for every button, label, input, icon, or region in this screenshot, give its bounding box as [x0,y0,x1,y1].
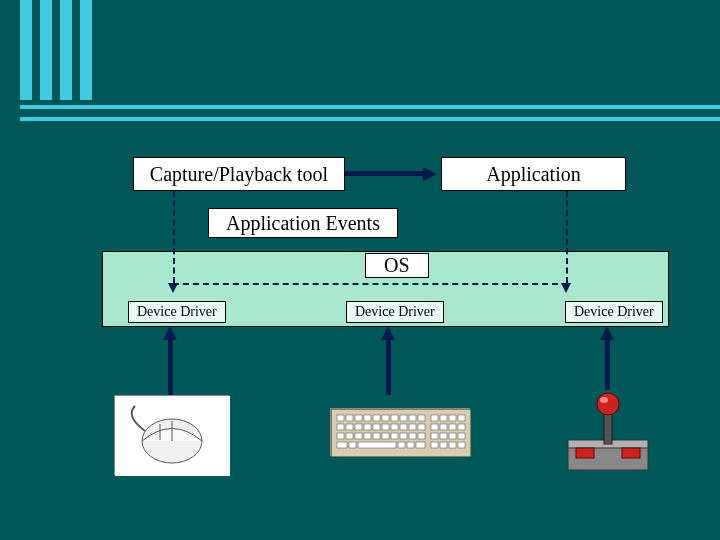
svg-rect-16 [440,415,447,421]
dashed-connector [566,191,568,283]
svg-rect-22 [364,424,371,430]
svg-rect-42 [418,433,425,439]
svg-rect-60 [622,448,640,458]
device-driver-box: Device Driver [128,301,226,323]
svg-rect-49 [358,442,396,448]
svg-rect-38 [382,433,389,439]
arrow-mouse-to-driver [168,340,173,395]
svg-rect-32 [458,424,465,430]
svg-rect-20 [346,424,353,430]
svg-rect-23 [373,424,380,430]
svg-rect-34 [346,433,353,439]
svg-rect-10 [382,415,389,421]
svg-rect-56 [458,442,465,448]
arrow-head-up-icon [163,326,177,340]
svg-rect-5 [337,415,344,421]
svg-point-63 [600,397,608,403]
svg-rect-47 [337,442,347,448]
svg-rect-25 [391,424,398,430]
svg-rect-52 [416,442,425,448]
application-box: Application [441,157,626,191]
arrow-head-up-icon [600,326,614,340]
svg-rect-40 [400,433,407,439]
mouse-icon [114,395,229,475]
device-driver-box: Device Driver [346,301,444,323]
svg-rect-8 [364,415,371,421]
application-events-box: Application Events [208,208,398,238]
svg-rect-11 [391,415,398,421]
arrow-head-up-icon [381,326,395,340]
svg-rect-53 [431,442,438,448]
bar [40,0,52,100]
svg-rect-12 [400,415,407,421]
svg-rect-51 [407,442,414,448]
svg-rect-14 [418,415,425,421]
bar [20,0,32,100]
arrow-joystick-to-driver [605,340,610,390]
bar [60,0,72,100]
svg-rect-15 [431,415,438,421]
os-label: OS [365,253,429,278]
svg-rect-54 [440,442,447,448]
svg-rect-59 [576,448,594,458]
dashed-connector [173,191,175,283]
svg-rect-7 [355,415,362,421]
svg-rect-29 [431,424,438,430]
svg-rect-21 [355,424,362,430]
bar [80,0,92,100]
svg-rect-50 [398,442,405,448]
dashed-arrowhead-icon [168,283,178,293]
joystick-icon [558,390,658,475]
svg-rect-48 [349,442,356,448]
svg-rect-35 [355,433,362,439]
svg-rect-39 [391,433,398,439]
svg-rect-45 [449,433,456,439]
svg-rect-55 [449,442,456,448]
keyboard-icon [330,408,470,456]
divider-line [20,105,720,109]
svg-rect-30 [440,424,447,430]
svg-rect-44 [440,433,447,439]
svg-rect-28 [418,424,425,430]
svg-rect-43 [431,433,438,439]
divider-line [20,117,720,121]
svg-rect-6 [346,415,353,421]
capture-playback-box: Capture/Playback tool [133,157,345,191]
svg-rect-36 [364,433,371,439]
svg-rect-46 [458,433,465,439]
svg-rect-9 [373,415,380,421]
decorative-bars [20,0,92,100]
svg-rect-17 [449,415,456,421]
dashed-arrowhead-icon [561,283,571,293]
dashed-connector [173,283,568,285]
svg-rect-26 [400,424,407,430]
svg-point-62 [597,393,619,415]
svg-rect-18 [458,415,465,421]
svg-rect-27 [409,424,416,430]
svg-rect-19 [337,424,344,430]
svg-rect-24 [382,424,389,430]
svg-rect-37 [373,433,380,439]
device-driver-box: Device Driver [565,301,663,323]
arrow-head-right-icon [423,167,437,181]
svg-rect-31 [449,424,456,430]
svg-rect-13 [409,415,416,421]
arrow-capture-to-app [345,171,425,176]
svg-rect-41 [409,433,416,439]
svg-rect-33 [337,433,344,439]
arrow-keyboard-to-driver [386,340,391,395]
